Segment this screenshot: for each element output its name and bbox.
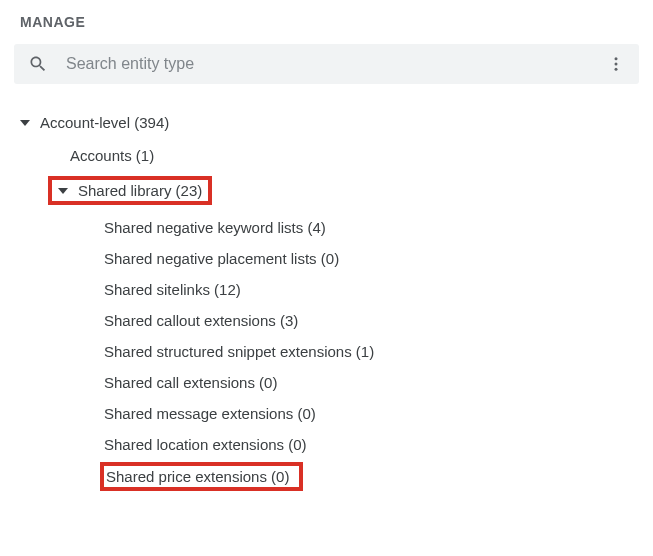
manage-header: MANAGE (14, 14, 639, 30)
tree-item-shared-price-extensions-wrapper: Shared price extensions (0) (14, 460, 639, 493)
tree-item-shared-sitelinks[interactable]: Shared sitelinks (12) (14, 274, 639, 305)
tree-item-label: Shared negative keyword lists (4) (104, 219, 326, 236)
tree-item-shared-location-extensions[interactable]: Shared location extensions (0) (14, 429, 639, 460)
highlight-shared-price-extensions: Shared price extensions (0) (100, 462, 303, 491)
tree-item-shared-negative-keyword-lists[interactable]: Shared negative keyword lists (4) (14, 212, 639, 243)
tree-item-label: Shared negative placement lists (0) (104, 250, 339, 267)
tree-item-label: Shared location extensions (0) (104, 436, 307, 453)
tree-item-account-level[interactable]: Account-level (394) (14, 106, 639, 139)
tree-item-accounts[interactable]: Accounts (1) (14, 139, 639, 172)
tree-item-shared-call-extensions[interactable]: Shared call extensions (0) (14, 367, 639, 398)
tree-item-label: Shared sitelinks (12) (104, 281, 241, 298)
tree-item-shared-structured-snippet-extensions[interactable]: Shared structured snippet extensions (1) (14, 336, 639, 367)
svg-point-0 (615, 57, 618, 60)
svg-point-1 (615, 63, 618, 66)
search-bar[interactable] (14, 44, 639, 84)
tree-item-label: Shared call extensions (0) (104, 374, 277, 391)
tree-item-label: Shared message extensions (0) (104, 405, 316, 422)
search-icon (28, 54, 48, 74)
tree-item-shared-library-wrapper: Shared library (23) (14, 172, 639, 209)
entity-tree: Account-level (394) Accounts (1) Shared … (14, 106, 639, 493)
chevron-down-icon (58, 188, 68, 194)
kebab-menu-icon[interactable] (607, 55, 625, 73)
tree-item-label: Shared structured snippet extensions (1) (104, 343, 374, 360)
tree-item-shared-message-extensions[interactable]: Shared message extensions (0) (14, 398, 639, 429)
svg-point-2 (615, 68, 618, 71)
tree-item-label: Accounts (1) (70, 145, 154, 166)
tree-item-label: Shared callout extensions (3) (104, 312, 298, 329)
search-input[interactable] (66, 55, 607, 73)
highlight-shared-library: Shared library (23) (48, 176, 212, 205)
chevron-down-icon (20, 120, 30, 126)
tree-item-shared-price-extensions[interactable]: Shared price extensions (0) (106, 468, 289, 485)
tree-item-shared-callout-extensions[interactable]: Shared callout extensions (3) (14, 305, 639, 336)
tree-item-label: Account-level (394) (40, 112, 169, 133)
tree-item-shared-library[interactable]: Shared library (23) (78, 182, 202, 199)
shared-library-children: Shared negative keyword lists (4) Shared… (14, 212, 639, 493)
tree-item-shared-negative-placement-lists[interactable]: Shared negative placement lists (0) (14, 243, 639, 274)
